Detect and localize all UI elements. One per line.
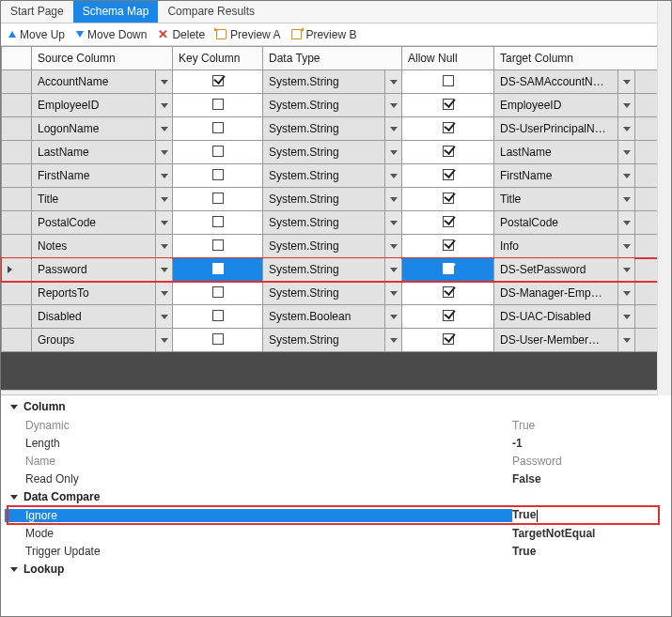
datatype-dropdown[interactable]: System.String <box>263 329 401 351</box>
source-dropdown[interactable]: PostalCode <box>32 211 172 234</box>
row-handle[interactable] <box>2 188 32 211</box>
key-checkbox[interactable] <box>212 122 224 133</box>
allow-null-checkbox[interactable] <box>443 75 454 86</box>
preview-a-button[interactable]: Preview A <box>216 28 280 41</box>
target-dropdown[interactable]: DS-SAMAccountN… <box>494 70 634 93</box>
header-dtype[interactable]: Data Type <box>263 47 402 70</box>
key-checkbox[interactable] <box>212 310 224 321</box>
table-row[interactable]: EmployeeID System.String EmployeeID <box>2 94 659 117</box>
source-dropdown[interactable]: LastName <box>32 141 172 163</box>
allow-null-checkbox[interactable] <box>443 99 454 110</box>
target-dropdown[interactable]: EmployeeID <box>494 94 634 116</box>
row-handle[interactable] <box>2 141 32 164</box>
key-checkbox[interactable] <box>212 75 224 86</box>
preview-b-button[interactable]: Preview B <box>291 28 356 41</box>
allow-null-checkbox[interactable] <box>443 310 454 321</box>
target-dropdown[interactable]: FirstName <box>494 164 634 187</box>
table-row[interactable]: LogonName System.String DS-UserPrincipal… <box>2 117 659 141</box>
key-checkbox[interactable] <box>212 146 224 157</box>
move-up-button[interactable]: Move Up <box>8 28 65 41</box>
property-value[interactable]: -1 <box>512 437 671 450</box>
source-dropdown[interactable]: Disabled <box>32 305 172 328</box>
property-group-header[interactable]: Column <box>5 397 671 416</box>
target-dropdown[interactable]: DS-UAC-Disabled <box>494 305 634 328</box>
table-row[interactable]: AccountName System.String DS-SAMAccountN… <box>2 70 659 94</box>
source-dropdown[interactable]: EmployeeID <box>32 94 172 116</box>
header-target[interactable]: Target Column <box>494 47 659 70</box>
delete-button[interactable]: ✕ Delete <box>158 27 205 41</box>
datatype-dropdown[interactable]: System.String <box>263 164 401 187</box>
property-value[interactable]: True <box>512 508 671 521</box>
datatype-dropdown[interactable]: System.String <box>263 117 401 140</box>
allow-null-checkbox[interactable] <box>443 122 454 133</box>
row-handle[interactable] <box>2 164 32 188</box>
target-dropdown[interactable]: DS-UserPrincipalN… <box>494 117 634 140</box>
property-value[interactable]: Password <box>512 455 671 468</box>
source-dropdown[interactable]: Password <box>32 258 172 281</box>
tab-compare-results[interactable]: Compare Results <box>158 1 264 23</box>
allow-null-checkbox[interactable] <box>443 263 454 274</box>
header-null[interactable]: Allow Null <box>402 47 494 70</box>
target-dropdown[interactable]: Info <box>494 235 634 257</box>
table-row[interactable]: Title System.String Title <box>2 188 659 211</box>
property-group-header[interactable]: Data Compare <box>5 487 671 506</box>
target-dropdown[interactable]: LastName <box>494 141 634 163</box>
datatype-dropdown[interactable]: System.Boolean <box>263 305 401 328</box>
header-source[interactable]: Source Column <box>32 47 173 70</box>
target-dropdown[interactable]: DS-Manager-Emp… <box>494 282 634 304</box>
key-checkbox[interactable] <box>212 216 224 227</box>
row-handle[interactable] <box>2 117 32 141</box>
allow-null-checkbox[interactable] <box>443 239 454 251</box>
key-checkbox[interactable] <box>212 333 224 345</box>
key-checkbox[interactable] <box>212 286 224 298</box>
property-value[interactable]: TargetNotEqual <box>512 527 671 540</box>
allow-null-checkbox[interactable] <box>443 286 454 298</box>
property-row[interactable]: Trigger UpdateTrue <box>5 542 671 560</box>
row-handle[interactable] <box>2 258 32 282</box>
allow-null-checkbox[interactable] <box>443 169 454 180</box>
datatype-dropdown[interactable]: System.String <box>263 211 401 234</box>
property-row[interactable]: NamePassword <box>5 452 671 470</box>
tab-schema-map[interactable]: Schema Map <box>73 1 159 23</box>
table-row[interactable]: PostalCode System.String PostalCode <box>2 211 659 235</box>
target-dropdown[interactable]: DS-User-Member… <box>494 329 634 351</box>
row-handle[interactable] <box>2 282 32 305</box>
target-dropdown[interactable]: Title <box>494 188 634 210</box>
source-dropdown[interactable]: Title <box>32 188 172 210</box>
key-checkbox[interactable] <box>212 99 224 110</box>
table-row[interactable]: Notes System.String Info <box>2 235 659 258</box>
property-group-header[interactable]: Lookup <box>5 560 671 578</box>
row-handle[interactable] <box>2 235 32 258</box>
datatype-dropdown[interactable]: System.String <box>263 258 401 281</box>
property-value[interactable]: True <box>512 419 671 432</box>
row-handle[interactable] <box>2 70 32 94</box>
allow-null-checkbox[interactable] <box>443 216 454 227</box>
source-dropdown[interactable]: Groups <box>32 329 172 351</box>
datatype-dropdown[interactable]: System.String <box>263 94 401 116</box>
datatype-dropdown[interactable]: System.String <box>263 70 401 93</box>
table-row[interactable]: Groups System.String DS-User-Member… <box>2 329 659 352</box>
property-row[interactable]: Read OnlyFalse <box>5 470 671 487</box>
key-checkbox[interactable] <box>212 263 224 274</box>
tab-start-page[interactable]: Start Page <box>1 1 73 23</box>
table-row[interactable]: Disabled System.Boolean DS-UAC-Disabled <box>2 305 659 329</box>
key-checkbox[interactable] <box>212 193 224 204</box>
source-dropdown[interactable]: Notes <box>32 235 172 257</box>
key-checkbox[interactable] <box>212 239 224 251</box>
table-row[interactable]: Password System.String DS-SetPassword <box>2 258 659 282</box>
row-handle[interactable] <box>2 329 32 352</box>
key-checkbox[interactable] <box>212 169 224 180</box>
property-row[interactable]: IgnoreTrue <box>5 506 671 524</box>
allow-null-checkbox[interactable] <box>443 333 454 345</box>
row-handle[interactable] <box>2 211 32 235</box>
source-dropdown[interactable]: LogonName <box>32 117 172 140</box>
target-dropdown[interactable]: PostalCode <box>494 211 634 234</box>
header-key[interactable]: Key Column <box>173 47 263 70</box>
table-row[interactable]: LastName System.String LastName <box>2 141 659 164</box>
datatype-dropdown[interactable]: System.String <box>263 282 401 304</box>
datatype-dropdown[interactable]: System.String <box>263 235 401 257</box>
datatype-dropdown[interactable]: System.String <box>263 141 401 163</box>
table-row[interactable]: ReportsTo System.String DS-Manager-Emp… <box>2 282 659 305</box>
allow-null-checkbox[interactable] <box>443 146 454 157</box>
property-row[interactable]: DynamicTrue <box>5 416 671 434</box>
